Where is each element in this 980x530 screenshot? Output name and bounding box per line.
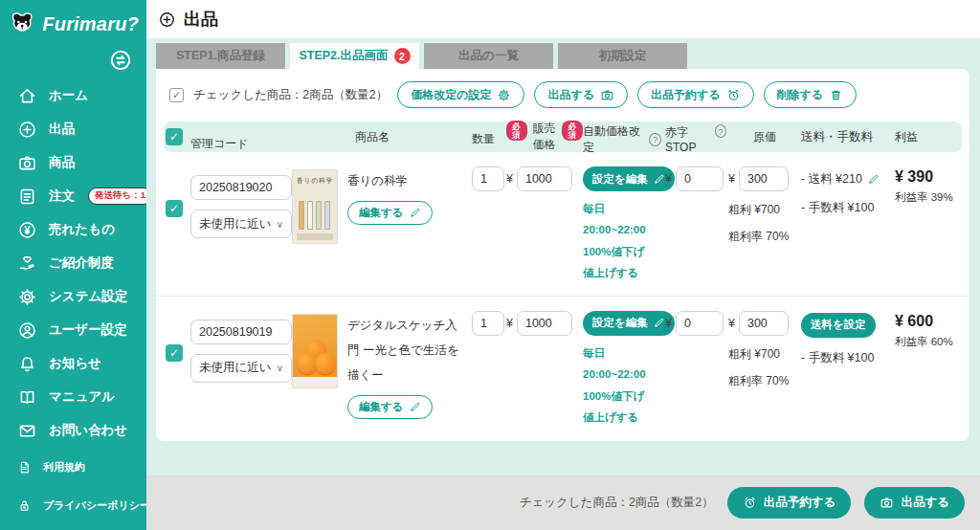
col-name: 商品名 (292, 129, 464, 145)
referral-hand-icon (17, 254, 37, 274)
reserve-listing-button[interactable]: 出品予約する (727, 487, 852, 519)
app: Furimaru? ホーム 出品 商品 注文 発送待ち：1 (0, 0, 980, 530)
trash-icon (829, 88, 843, 102)
set-shipping-button[interactable]: 送料を設定 (801, 313, 876, 338)
toolbar: チェックした商品：2商品（数量2） 価格改定の設定 出品する 出品予約する 削除… (156, 69, 969, 111)
profit-amount: ¥ 390 (895, 168, 960, 186)
red-stop-input[interactable] (676, 311, 724, 336)
sidebar: Furimaru? ホーム 出品 商品 注文 発送待ち：1 (0, 0, 146, 530)
edit-product-button[interactable]: 編集する (347, 395, 433, 419)
reserve-listing-button[interactable]: 出品予約する (637, 81, 754, 108)
gear-icon (497, 88, 511, 102)
cost-input[interactable] (739, 311, 789, 336)
tab-count-badge: 2 (394, 48, 411, 64)
price-input[interactable] (517, 166, 572, 191)
sidebar-item-terms[interactable]: 利用規約 (17, 455, 146, 478)
chevron-down-icon: ∨ (277, 219, 283, 230)
product-image (292, 314, 338, 388)
edit-product-button[interactable]: 編集する (347, 201, 433, 225)
condition-select[interactable]: 未使用に近い ∨ (190, 210, 292, 238)
plus-circle-icon (17, 120, 37, 140)
book-icon (17, 387, 37, 408)
red-stop-input[interactable] (676, 166, 724, 191)
quantity-input[interactable] (472, 311, 504, 336)
handling-fee: - 手数料 ¥100 (801, 350, 895, 366)
yen-label: ¥ (665, 311, 672, 330)
sidebar-item-referral[interactable]: ご紹介制度 (17, 252, 146, 275)
tab-step2-listing[interactable]: STEP2.出品画面 2 (290, 43, 419, 69)
sidebar-footer: 利用規約 プライバシーポリシー (0, 455, 146, 517)
price-input[interactable] (517, 311, 572, 336)
profit-amount: ¥ 600 (895, 313, 960, 330)
sidebar-item-listing[interactable]: 出品 (17, 118, 146, 141)
yen-label: ¥ (728, 166, 735, 191)
col-shipping-fees: 送料・手数料 (801, 129, 895, 145)
logo-text: Furimaru? (42, 13, 139, 35)
page-header: 出品 (146, 0, 980, 38)
checked-summary: チェックした商品：2商品（数量2） (520, 495, 714, 511)
product-name: 香りの科学 (347, 168, 464, 193)
pencil-icon (409, 401, 421, 413)
tab-initial-settings[interactable]: 初期設定 (558, 43, 687, 69)
sidebar-item-sold[interactable]: 売れたもの (17, 218, 146, 241)
table-row: 未使用に近い ∨ デジタルスケッチ入門 ー光と色で生活を描くー 編集する (156, 297, 969, 440)
tab-step1-register[interactable]: STEP1.商品登録 (156, 43, 285, 69)
list-items-button[interactable]: 出品する (534, 81, 628, 108)
sidebar-nav: ホーム 出品 商品 注文 発送待ち：1 売れたもの ご紹介制度 (0, 75, 146, 442)
document-icon (17, 460, 32, 475)
select-all-checkbox[interactable] (169, 88, 184, 102)
delete-button[interactable]: 削除する (764, 81, 858, 108)
sidebar-item-manual[interactable]: マニュアル (17, 386, 146, 409)
profit-rate: 利益率 60% (895, 335, 960, 349)
help-icon[interactable]: ? (715, 124, 726, 138)
tab-listing-list[interactable]: 出品の一覧 (424, 43, 553, 69)
header-checkbox[interactable] (166, 128, 183, 145)
code-input[interactable] (190, 320, 292, 344)
main-area: 出品 STEP1.商品登録 STEP2.出品画面 2 出品の一覧 初期設定 チェ… (146, 0, 980, 530)
required-badge: 必須 (562, 121, 583, 141)
row-checkbox[interactable] (166, 344, 183, 362)
pending-shipment-badge: 発送待ち：1 (88, 188, 152, 205)
sidebar-item-products[interactable]: 商品 (17, 151, 146, 174)
condition-select[interactable]: 未使用に近い ∨ (190, 354, 292, 383)
table-header: 管理コード 商品名 数量 必須 販売価格 必須 自動価格改定 ? 赤字STOP … (164, 121, 962, 152)
chevron-down-icon: ∨ (277, 363, 283, 373)
sidebar-item-orders[interactable]: 注文 発送待ち：1 (17, 185, 146, 208)
user-icon (17, 320, 37, 341)
cost-input[interactable] (739, 166, 789, 191)
pencil-icon[interactable] (867, 173, 880, 186)
yen-circle-icon (17, 220, 37, 240)
sidebar-item-home[interactable]: ホーム (17, 84, 146, 107)
product-name: デジタルスケッチ入門 ー光と色で生活を描くー (347, 313, 464, 388)
yen-label: ¥ (506, 166, 513, 186)
auto-price-summary: 毎日 20:00~22:00 100%値下げ 値上げする (583, 342, 661, 429)
table-row: 未使用に近い ∨ 香りの科学 香りの科学 編集する (156, 152, 969, 297)
gross-profit: 粗利 ¥700 (728, 346, 801, 363)
price-revision-settings-button[interactable]: 価格改定の設定 (397, 81, 524, 108)
row-checkbox[interactable] (166, 200, 183, 217)
lock-icon (17, 498, 32, 513)
sidebar-item-system-settings[interactable]: システム設定 (17, 285, 146, 308)
logo[interactable]: Furimaru? (0, 6, 146, 38)
tab-bar: STEP1.商品登録 STEP2.出品画面 2 出品の一覧 初期設定 (146, 38, 980, 69)
quantity-input[interactable] (472, 166, 504, 191)
sidebar-item-user-settings[interactable]: ユーザー設定 (17, 319, 146, 342)
help-icon[interactable]: ? (649, 133, 661, 146)
col-cost: 原価 (726, 129, 801, 145)
code-input[interactable] (190, 175, 292, 200)
bell-icon (17, 354, 37, 374)
col-code: 管理コード (190, 122, 292, 152)
yen-label: ¥ (728, 311, 735, 336)
sidebar-item-contact[interactable]: お問い合わせ (17, 419, 146, 442)
alarm-icon (743, 496, 757, 510)
list-items-button[interactable]: 出品する (864, 487, 965, 519)
collapse-sidebar-icon[interactable] (108, 48, 133, 73)
col-profit: 利益 (895, 129, 960, 145)
alarm-icon (726, 88, 741, 102)
camera-icon (880, 496, 894, 510)
sidebar-item-notifications[interactable]: お知らせ (17, 352, 146, 375)
gear-icon (17, 287, 37, 307)
col-red-stop: 赤字STOP ? (661, 120, 726, 154)
handling-fee: - 手数料 ¥100 (801, 200, 895, 216)
sidebar-item-privacy-policy[interactable]: プライバシーポリシー (17, 494, 146, 517)
